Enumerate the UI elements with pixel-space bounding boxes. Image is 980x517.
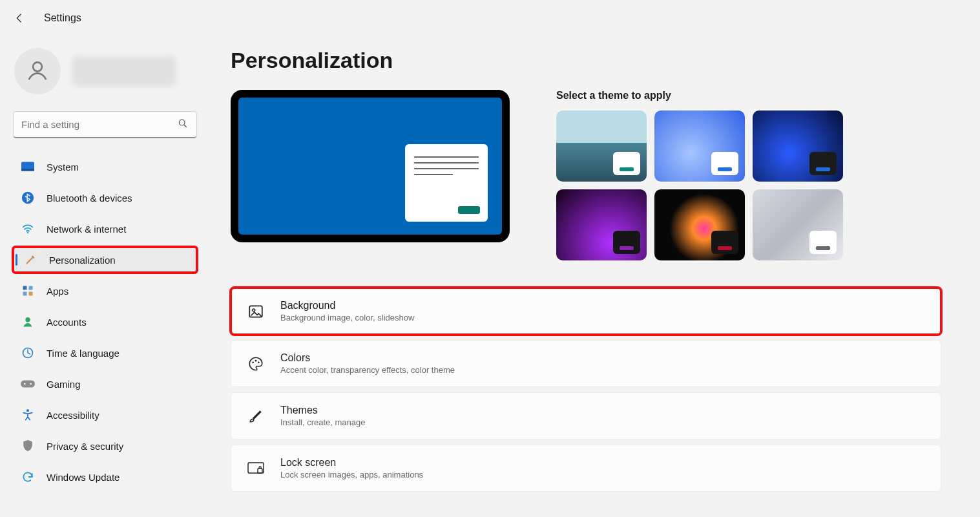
svg-rect-3	[21, 169, 34, 171]
nav-label: Time & language	[47, 348, 120, 359]
sidebar: System Bluetooth & devices Network & int…	[0, 36, 207, 494]
nav-label: Network & internet	[47, 224, 126, 235]
option-desc: Lock screen images, apps, animations	[280, 470, 423, 480]
nav-label: Gaming	[47, 379, 81, 390]
svg-rect-22	[258, 469, 262, 473]
nav-label: Accounts	[47, 317, 87, 328]
svg-point-13	[24, 383, 26, 385]
nav-list: System Bluetooth & devices Network & int…	[12, 153, 198, 491]
svg-rect-9	[29, 292, 33, 296]
main-content: Personalization Select a theme to apply	[207, 36, 980, 494]
nav-label: Privacy & security	[47, 441, 123, 452]
preview-window-card	[405, 144, 488, 222]
svg-point-20	[258, 361, 260, 363]
bluetooth-icon	[21, 191, 35, 205]
svg-point-5	[27, 232, 29, 234]
themes-heading: Select a theme to apply	[556, 90, 941, 101]
svg-rect-12	[21, 381, 35, 388]
nav-network[interactable]: Network & internet	[12, 215, 198, 243]
svg-point-15	[26, 409, 29, 412]
palette-icon	[247, 355, 265, 373]
clock-globe-icon	[21, 346, 35, 360]
theme-tile-3[interactable]	[753, 111, 843, 182]
option-colors[interactable]: Colors Accent color, transparency effect…	[231, 340, 941, 387]
option-desc: Background image, color, slideshow	[280, 313, 414, 322]
theme-tile-2[interactable]	[654, 111, 745, 182]
themes-section: Select a theme to apply	[556, 90, 941, 260]
svg-point-10	[25, 317, 30, 322]
theme-tile-4[interactable]	[556, 189, 647, 260]
update-icon	[21, 470, 35, 484]
option-title: Background	[280, 300, 414, 311]
search-box[interactable]	[13, 111, 197, 138]
svg-point-17	[253, 308, 255, 311]
nav-label: Windows Update	[47, 472, 120, 483]
nav-time-language[interactable]: Time & language	[12, 339, 198, 367]
back-button[interactable]	[13, 12, 26, 25]
shield-icon	[21, 439, 35, 453]
theme-tile-1[interactable]	[556, 111, 647, 182]
lock-screen-icon	[247, 459, 265, 478]
nav-bluetooth[interactable]: Bluetooth & devices	[12, 184, 198, 212]
apps-icon	[21, 284, 35, 298]
theme-tile-6[interactable]	[753, 189, 843, 260]
accessibility-icon	[21, 408, 35, 422]
nav-accounts[interactable]: Accounts	[12, 308, 198, 336]
svg-rect-7	[29, 286, 33, 290]
user-name-redacted	[72, 56, 176, 86]
theme-tile-5[interactable]	[654, 189, 745, 260]
nav-system[interactable]: System	[12, 153, 198, 181]
svg-point-14	[30, 383, 32, 385]
person-icon	[21, 315, 35, 329]
svg-point-0	[33, 62, 42, 71]
nav-label: Accessibility	[47, 410, 99, 421]
image-icon	[247, 302, 265, 321]
app-title: Settings	[44, 12, 81, 24]
nav-personalization[interactable]: Personalization	[12, 246, 198, 274]
brush-icon	[247, 407, 265, 425]
nav-label: Bluetooth & devices	[47, 193, 132, 204]
options-list: Background Background image, color, slid…	[231, 288, 941, 492]
option-desc: Install, create, manage	[280, 417, 366, 427]
avatar	[14, 48, 61, 94]
nav-windows-update[interactable]: Windows Update	[12, 463, 198, 491]
search-icon	[178, 118, 188, 131]
option-title: Colors	[280, 352, 455, 364]
nav-apps[interactable]: Apps	[12, 277, 198, 305]
nav-label: Personalization	[49, 255, 116, 266]
svg-point-18	[252, 361, 254, 363]
nav-accessibility[interactable]: Accessibility	[12, 401, 198, 429]
option-lock-screen[interactable]: Lock screen Lock screen images, apps, an…	[231, 445, 941, 492]
desktop-preview[interactable]	[231, 90, 510, 242]
system-icon	[21, 160, 35, 174]
svg-rect-6	[23, 286, 27, 290]
option-desc: Accent color, transparency effects, colo…	[280, 365, 455, 375]
user-profile[interactable]	[12, 43, 198, 107]
nav-label: System	[47, 162, 79, 173]
nav-label: Apps	[47, 286, 68, 297]
option-themes[interactable]: Themes Install, create, manage	[231, 392, 941, 439]
option-background[interactable]: Background Background image, color, slid…	[231, 288, 941, 335]
title-bar: Settings	[0, 0, 980, 36]
nav-privacy[interactable]: Privacy & security	[12, 432, 198, 460]
gamepad-icon	[21, 377, 35, 391]
paintbrush-icon	[23, 253, 37, 267]
svg-point-19	[255, 359, 257, 361]
option-title: Themes	[280, 405, 366, 416]
svg-rect-8	[23, 292, 27, 296]
option-title: Lock screen	[280, 457, 423, 469]
page-title: Personalization	[231, 48, 941, 73]
nav-gaming[interactable]: Gaming	[12, 370, 198, 398]
wifi-icon	[21, 222, 35, 236]
search-input[interactable]	[13, 111, 197, 138]
